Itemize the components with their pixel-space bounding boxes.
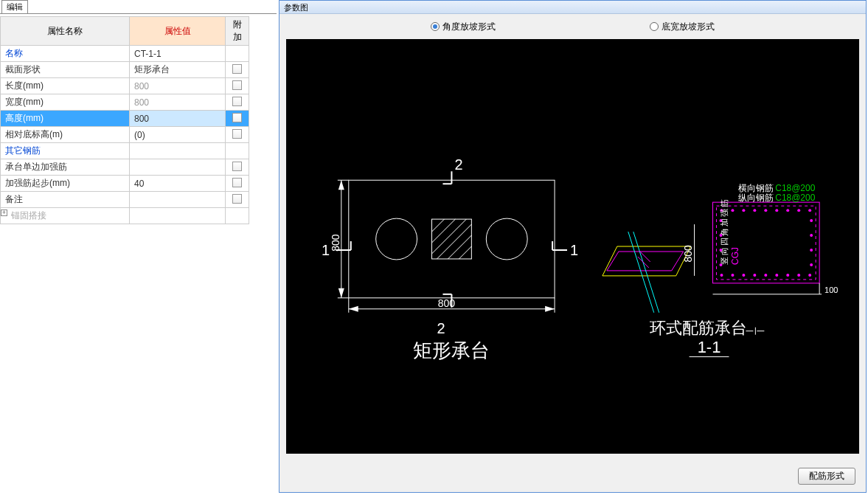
checkbox-icon[interactable]: [232, 129, 242, 139]
table-row[interactable]: 承台单边加强筋: [1, 159, 249, 176]
prop-value[interactable]: 800: [130, 78, 226, 94]
table-row[interactable]: 长度(mm)800: [1, 78, 249, 94]
prop-name: 相对底标高(m): [1, 127, 130, 143]
svg-text:竖向四角加强筋: 竖向四角加强筋: [720, 198, 729, 265]
checkbox-icon[interactable]: [232, 162, 242, 171]
prop-value[interactable]: CT-1-1: [130, 46, 226, 62]
svg-line-8: [448, 235, 471, 259]
table-row[interactable]: 加强筋起步(mm)40: [1, 176, 249, 192]
svg-point-53: [808, 209, 811, 212]
prop-name: 截面形状: [1, 62, 130, 78]
tab-bar: 编辑: [0, 0, 277, 14]
properties-table: 属性名称 属性值 附加 名称CT-1-1截面形状矩形承台长度(mm)800宽度(…: [0, 16, 249, 224]
checkbox-icon[interactable]: [232, 178, 242, 187]
svg-point-58: [764, 274, 767, 277]
panel-title: 参数图: [280, 1, 866, 14]
svg-point-57: [753, 274, 756, 277]
prop-name: 承台单边加强筋: [1, 159, 130, 176]
table-row[interactable]: +锚固搭接: [1, 208, 249, 224]
radio-width-slope[interactable]: 底宽放坡形式: [650, 21, 715, 33]
checkbox-icon[interactable]: [232, 80, 242, 90]
svg-point-2: [486, 218, 527, 260]
svg-line-9: [459, 246, 471, 259]
checkbox-icon[interactable]: [232, 64, 242, 74]
svg-marker-20: [338, 288, 344, 298]
prop-name: 其它钢筋: [1, 143, 130, 159]
svg-text:C18@200: C18@200: [775, 193, 815, 203]
prop-name: 加强筋起步(mm): [1, 176, 130, 192]
svg-point-55: [731, 274, 734, 277]
svg-point-56: [742, 274, 745, 277]
svg-text:800: 800: [682, 245, 694, 263]
radio-icon: [431, 22, 440, 31]
diagram-panel: 参数图 角度放坡形式 底宽放坡形式 800: [279, 0, 867, 493]
prop-name: 长度(mm): [1, 78, 130, 94]
table-row[interactable]: 截面形状矩形承台: [1, 62, 249, 78]
svg-text:1: 1: [570, 242, 578, 258]
svg-text:800: 800: [330, 234, 341, 252]
expand-icon[interactable]: +: [1, 210, 7, 216]
table-row[interactable]: 其它钢筋: [1, 143, 249, 159]
svg-line-5: [431, 219, 455, 243]
svg-point-49: [764, 209, 767, 212]
svg-text:C18@200: C18@200: [775, 183, 815, 193]
prop-value[interactable]: 800: [130, 94, 226, 111]
properties-panel: 编辑 属性名称 属性值 附加 名称CT-1-1截面形状矩形承台长度(mm)800…: [0, 0, 277, 495]
prop-name: 高度(mm): [1, 111, 130, 127]
svg-text:800: 800: [438, 297, 456, 309]
checkbox-icon[interactable]: [232, 97, 242, 106]
svg-point-54: [720, 274, 723, 277]
svg-line-7: [437, 224, 471, 259]
svg-text:环式配筋承台: 环式配筋承台: [650, 319, 747, 337]
table-row[interactable]: 高度(mm)800: [1, 111, 249, 127]
prop-name: +锚固搭接: [1, 208, 130, 224]
prop-attach: [226, 192, 249, 208]
svg-point-1: [376, 218, 417, 260]
rebar-form-button[interactable]: 配筋形式: [798, 468, 855, 485]
svg-point-50: [775, 209, 778, 212]
svg-marker-14: [545, 306, 555, 312]
svg-rect-0: [349, 180, 555, 298]
svg-rect-44: [716, 206, 816, 280]
prop-value[interactable]: (0): [130, 127, 226, 143]
header-name: 属性名称: [1, 17, 130, 46]
svg-point-47: [742, 209, 745, 212]
button-row: 配筋形式: [798, 468, 855, 485]
table-row[interactable]: 宽度(mm)800: [1, 94, 249, 111]
svg-text:1-1: 1-1: [698, 338, 721, 356]
svg-rect-3: [431, 219, 471, 259]
svg-text:100: 100: [824, 285, 838, 294]
prop-name: 宽度(mm): [1, 94, 130, 111]
tab-edit[interactable]: 编辑: [1, 0, 28, 13]
prop-value[interactable]: 40: [130, 176, 226, 192]
svg-line-4: [431, 219, 466, 254]
slope-mode-row: 角度放坡形式 底宽放坡形式: [280, 14, 866, 39]
table-row[interactable]: 相对底标高(m)(0): [1, 127, 249, 143]
radio-angle-slope[interactable]: 角度放坡形式: [431, 21, 496, 33]
prop-attach: [226, 208, 249, 224]
svg-marker-19: [338, 180, 344, 190]
svg-point-61: [797, 274, 800, 277]
diagram-svg: 800 800 2 2 1 1 矩形承台: [286, 39, 859, 454]
table-row[interactable]: 备注: [1, 192, 249, 208]
prop-value[interactable]: [130, 208, 226, 224]
prop-value[interactable]: [130, 159, 226, 176]
svg-point-62: [808, 274, 811, 277]
checkbox-icon[interactable]: [232, 194, 242, 204]
svg-text:纵向钢筋: 纵向钢筋: [738, 193, 774, 203]
svg-point-60: [786, 274, 789, 277]
prop-attach: [226, 62, 249, 78]
prop-value[interactable]: [130, 192, 226, 208]
header-value: 属性值: [130, 17, 226, 46]
prop-value[interactable]: [130, 143, 226, 159]
svg-point-51: [786, 209, 789, 212]
svg-line-38: [633, 232, 659, 313]
svg-point-52: [797, 209, 800, 212]
svg-text:CGJ: CGJ: [730, 247, 740, 265]
prop-value[interactable]: 矩形承台: [130, 62, 226, 78]
table-row[interactable]: 名称CT-1-1: [1, 46, 249, 62]
checkbox-icon[interactable]: [232, 113, 242, 122]
prop-value[interactable]: 800: [130, 111, 226, 127]
radio-icon: [650, 22, 659, 31]
svg-point-70: [810, 263, 813, 266]
